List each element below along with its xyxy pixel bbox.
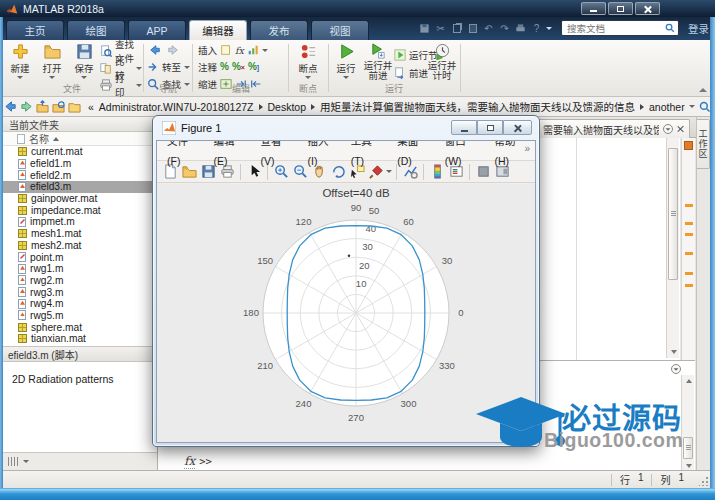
close-button[interactable] bbox=[635, 2, 660, 15]
file-row[interactable]: efield1.m bbox=[3, 158, 157, 170]
new-button[interactable]: 新建 bbox=[4, 43, 36, 79]
file-row[interactable]: rwg4.m bbox=[3, 298, 157, 310]
run-button[interactable]: 运行 bbox=[330, 43, 362, 79]
undo-icon[interactable]: ↶ bbox=[482, 22, 495, 35]
file-row[interactable]: rwg2.m bbox=[3, 275, 157, 287]
file-row[interactable]: gainpower.mat bbox=[3, 193, 157, 205]
advance-icon bbox=[394, 67, 406, 79]
file-row[interactable]: rwg1.m bbox=[3, 263, 157, 275]
back-icon[interactable] bbox=[149, 44, 161, 56]
scroll-down-icon[interactable] bbox=[668, 346, 679, 357]
file-row[interactable]: current.mat bbox=[3, 146, 157, 158]
svg-text:240: 240 bbox=[296, 398, 312, 409]
browse-folder-icon[interactable] bbox=[52, 100, 65, 113]
window-border-left bbox=[0, 17, 3, 500]
menu-overflow-icon[interactable]: » bbox=[524, 143, 530, 154]
figure-menu-item[interactable]: 文件(F) bbox=[160, 140, 206, 171]
file-name: sphere.mat bbox=[31, 322, 82, 333]
file-row[interactable]: point.m bbox=[3, 251, 157, 263]
copy-icon[interactable] bbox=[450, 22, 463, 35]
maximize-button[interactable] bbox=[608, 2, 633, 15]
save-button[interactable]: 保存 bbox=[68, 43, 100, 79]
figure-minimize-button[interactable] bbox=[451, 120, 477, 135]
breadcrumb-segment[interactable]: another-reflector MoM bbox=[649, 101, 685, 113]
paste-icon[interactable] bbox=[466, 22, 479, 35]
nav-back-icon[interactable] bbox=[4, 100, 17, 113]
figure-titlebar[interactable]: Figure 1 bbox=[153, 116, 539, 140]
figure-menu-item[interactable]: 查看(V) bbox=[253, 140, 300, 171]
ribbon-tab-视图[interactable]: 视图 bbox=[311, 20, 369, 40]
svg-text:20: 20 bbox=[359, 260, 370, 271]
search-icon[interactable] bbox=[665, 23, 675, 33]
file-row[interactable]: tianxian.mat bbox=[3, 333, 157, 345]
comment-row[interactable]: 注释 % %× %] bbox=[198, 60, 259, 74]
figure-restore-button[interactable] bbox=[477, 120, 503, 135]
file-row[interactable]: impmet.m bbox=[3, 216, 157, 228]
open-button[interactable]: 打开 bbox=[36, 43, 68, 79]
nav-forward-icon[interactable] bbox=[20, 100, 33, 113]
workspace-tab[interactable]: 工作区 bbox=[697, 119, 710, 169]
figure-menu-item[interactable]: 窗口(W) bbox=[438, 140, 488, 171]
forward-icon[interactable] bbox=[167, 44, 179, 56]
figure-menu-item[interactable]: 插入(I) bbox=[301, 140, 344, 171]
file-row[interactable]: mesh2.mat bbox=[3, 240, 157, 252]
breadcrumb[interactable]: «Administrator.WIN7U-20180127ZDesktop用矩量… bbox=[88, 99, 685, 114]
breadcrumb-segment[interactable]: Desktop bbox=[268, 101, 307, 113]
breakpoints-button[interactable]: 断点 bbox=[292, 43, 324, 79]
editor-scroll-thumb[interactable] bbox=[668, 148, 678, 280]
watermark: 必过源码 Biguo100.com bbox=[476, 393, 708, 465]
figure-menu-item[interactable]: 工具(T) bbox=[344, 140, 390, 171]
qat-dropdown-caret[interactable] bbox=[546, 27, 552, 30]
folder-up-icon[interactable] bbox=[36, 100, 49, 113]
ribbon-tab-发布[interactable]: 发布 bbox=[250, 20, 308, 40]
redo-icon[interactable]: ↷ bbox=[498, 22, 511, 35]
resize-grip[interactable] bbox=[699, 477, 708, 486]
insert-row[interactable]: 插入 fx bbox=[198, 43, 268, 57]
run-time-button[interactable]: 运行并 计时 bbox=[426, 43, 458, 80]
details-widget-icon[interactable] bbox=[8, 457, 20, 466]
selected-file-info: efield3.m (脚本) bbox=[3, 346, 157, 362]
sign-in-link[interactable]: 登录 bbox=[688, 21, 709, 36]
doc-close-icon[interactable] bbox=[677, 125, 685, 133]
ribbon-tab-编辑器[interactable]: 编辑器 bbox=[189, 20, 247, 40]
address-dropdown-caret[interactable] bbox=[689, 105, 695, 108]
mat-file-icon bbox=[18, 229, 27, 238]
figure-menu-item[interactable]: 编辑(E) bbox=[206, 140, 253, 171]
file-row[interactable]: mesh1.mat bbox=[3, 228, 157, 240]
scroll-up-icon[interactable] bbox=[683, 375, 694, 386]
breadcrumb-segment[interactable]: 用矩量法计算偏置抛物面天线，需要输入抛物面天线以及馈源的信息 bbox=[320, 99, 635, 114]
ribbon-group-file: 新建 打开 保存 查找文件 比较 打印 文件 bbox=[2, 40, 142, 96]
advance-button[interactable]: 前进 bbox=[394, 66, 428, 80]
name-column-header[interactable]: 名称 bbox=[3, 132, 157, 146]
mat-file-icon bbox=[18, 323, 27, 332]
analyzer-status-icon[interactable] bbox=[684, 141, 693, 150]
editor-doc-tab[interactable]: 需要输入抛物面天线以及馈源... bbox=[538, 119, 690, 138]
file-row[interactable]: rwg5.m bbox=[3, 310, 157, 322]
figure-close-button[interactable] bbox=[503, 120, 532, 135]
file-row[interactable]: rwg3.m bbox=[3, 286, 157, 298]
minimize-button[interactable] bbox=[581, 2, 606, 15]
details-widget-caret[interactable] bbox=[23, 460, 29, 463]
polar-plot[interactable]: 0306090120150180210240270300330102030405… bbox=[230, 184, 482, 432]
figure-menu-item[interactable]: 桌面(D) bbox=[390, 140, 438, 171]
save-icon[interactable] bbox=[418, 22, 431, 35]
file-row[interactable]: sphere.mat bbox=[3, 321, 157, 333]
doc-search-input[interactable] bbox=[565, 22, 665, 35]
command-prompt[interactable]: >> bbox=[199, 455, 212, 467]
editor-scrollbar[interactable] bbox=[666, 138, 679, 358]
help-icon[interactable]: ? bbox=[530, 22, 543, 35]
breakpoints-icon bbox=[300, 43, 317, 60]
file-row[interactable]: impedance.mat bbox=[3, 204, 157, 216]
ribbon-tab-主页[interactable]: 主页 bbox=[6, 20, 64, 40]
goto-button[interactable]: 转至 bbox=[147, 60, 190, 74]
print-icon[interactable] bbox=[514, 22, 527, 35]
cut-icon[interactable]: ✂ bbox=[434, 22, 447, 35]
run-advance-button[interactable]: 运行并 前进 bbox=[362, 43, 394, 80]
file-row[interactable]: efield2.m bbox=[3, 169, 157, 181]
ribbon-collapse-icon[interactable] bbox=[699, 88, 707, 92]
breadcrumb-segment[interactable]: Administrator.WIN7U-20180127Z bbox=[99, 101, 254, 113]
compare-icon bbox=[100, 62, 112, 74]
panel-minimize-icon[interactable] bbox=[671, 364, 681, 374]
file-row[interactable]: efield3.m bbox=[3, 181, 157, 193]
doc-minimize-icon[interactable] bbox=[663, 124, 673, 134]
